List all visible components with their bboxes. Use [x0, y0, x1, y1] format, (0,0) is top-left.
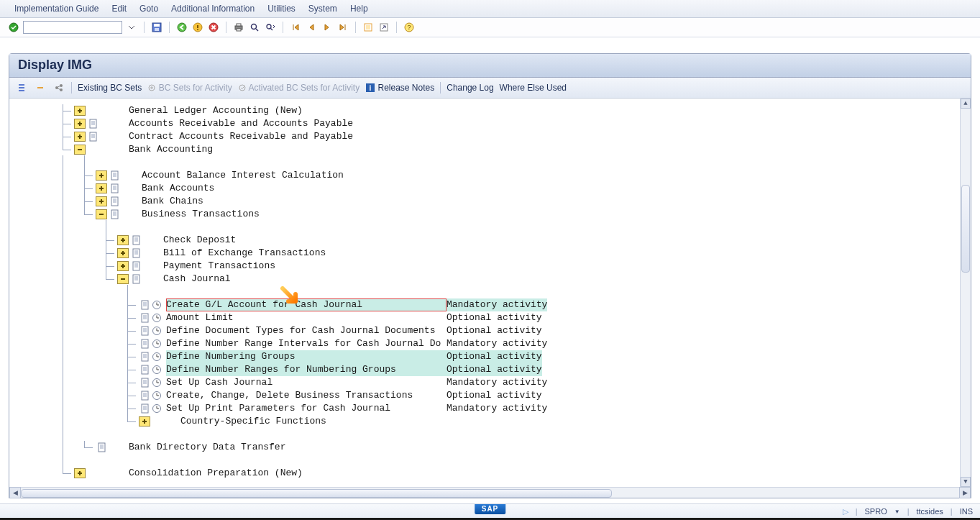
change-log-button[interactable]: Change Log: [447, 83, 493, 93]
expand-toggle-icon[interactable]: [139, 416, 150, 427]
document-icon[interactable]: [132, 261, 142, 271]
execute-icon[interactable]: [152, 326, 162, 336]
scroll-up-icon[interactable]: ▲: [961, 99, 971, 109]
horizontal-scrollbar[interactable]: ◀ ▶: [9, 487, 971, 498]
tree-row[interactable]: Define Number Range Intervals for Cash J…: [9, 337, 971, 350]
document-icon[interactable]: [140, 326, 150, 336]
back-icon[interactable]: [175, 21, 188, 34]
menu-utilities[interactable]: Utilities: [267, 4, 296, 14]
expand-toggle-icon[interactable]: [117, 235, 129, 245]
document-icon[interactable]: [140, 339, 150, 349]
document-icon[interactable]: [140, 378, 150, 388]
execute-icon[interactable]: [152, 300, 162, 310]
execute-icon[interactable]: [152, 391, 162, 401]
scroll-down-icon[interactable]: ▼: [961, 477, 971, 487]
tree-row[interactable]: Bank Chains: [9, 195, 971, 208]
document-icon[interactable]: [140, 391, 150, 401]
scroll-left-icon[interactable]: ◀: [9, 487, 21, 498]
expand-toggle-icon[interactable]: [96, 196, 107, 206]
tree-row[interactable]: Payment Transactions: [9, 260, 971, 273]
document-icon[interactable]: [97, 442, 107, 452]
menu-goto[interactable]: Goto: [139, 4, 158, 14]
tree-row[interactable]: Check Deposit: [9, 234, 971, 247]
cancel-icon[interactable]: [207, 21, 220, 34]
execute-icon[interactable]: [152, 352, 162, 362]
tree-row[interactable]: Create G/L Account for Cash JournalManda…: [9, 298, 971, 311]
vertical-scrollbar[interactable]: ▲ ▼: [960, 99, 971, 487]
document-icon[interactable]: [140, 365, 150, 375]
last-page-icon[interactable]: [336, 21, 349, 34]
where-used-icon[interactable]: [52, 81, 65, 94]
tree-row[interactable]: Bank Accounting: [9, 143, 971, 156]
tree-row[interactable]: Define Document Types for Cash Journal D…: [9, 324, 971, 337]
document-icon[interactable]: [110, 170, 120, 181]
help-icon[interactable]: ?: [403, 21, 416, 34]
document-icon[interactable]: [110, 183, 120, 193]
execute-icon[interactable]: [152, 378, 162, 388]
expand-toggle-icon[interactable]: [74, 145, 86, 155]
expand-toggle-icon[interactable]: [117, 248, 129, 258]
shortcut-icon[interactable]: [377, 21, 390, 34]
status-play-icon[interactable]: ▷: [843, 507, 848, 516]
execute-icon[interactable]: [152, 339, 162, 349]
tree-row[interactable]: Country-Specific Functions: [9, 415, 971, 428]
menu-system[interactable]: System: [308, 4, 337, 14]
command-field[interactable]: [23, 21, 122, 34]
document-icon[interactable]: [110, 196, 120, 206]
horizontal-scroll-thumb[interactable]: [21, 489, 612, 498]
bc-sets-activity-button[interactable]: BC Sets for Activity: [147, 83, 232, 93]
vertical-scroll-thumb[interactable]: [961, 185, 970, 273]
enter-icon[interactable]: [7, 21, 20, 34]
document-icon[interactable]: [140, 313, 150, 323]
menu-additional-info[interactable]: Additional Information: [171, 4, 255, 14]
menu-edit[interactable]: Edit: [111, 4, 127, 14]
print-icon[interactable]: [232, 21, 245, 34]
menu-implementation-guide[interactable]: Implementation Guide: [14, 4, 99, 14]
expand-toggle-icon[interactable]: [74, 119, 86, 129]
tree-row[interactable]: Account Balance Interest Calculation: [9, 169, 971, 182]
tree-row[interactable]: Contract Accounts Receivable and Payable: [9, 130, 971, 143]
tree-row[interactable]: Create, Change, Delete Business Transact…: [9, 389, 971, 402]
tree-row[interactable]: Amount LimitOptional activity: [9, 311, 971, 324]
document-icon[interactable]: [140, 403, 150, 414]
tree-row[interactable]: Consolidation Preparation (New): [9, 467, 971, 480]
execute-icon[interactable]: [152, 365, 162, 375]
tree-row[interactable]: Set Up Print Parameters for Cash Journal…: [9, 402, 971, 415]
expand-toggle-icon[interactable]: [96, 183, 107, 193]
tree-row[interactable]: General Ledger Accounting (New): [9, 104, 971, 117]
expand-toggle-icon[interactable]: [117, 274, 129, 284]
document-icon[interactable]: [132, 235, 142, 245]
expand-toggle-icon[interactable]: [96, 170, 107, 181]
menu-help[interactable]: Help: [350, 4, 368, 14]
release-notes-button[interactable]: i Release Notes: [365, 83, 434, 93]
where-else-used-button[interactable]: Where Else Used: [500, 83, 567, 93]
tree-row[interactable]: Bank Directory Data Transfer: [9, 441, 971, 454]
document-icon[interactable]: [110, 209, 120, 219]
expand-toggle-icon[interactable]: [74, 468, 86, 478]
save-icon[interactable]: [150, 21, 163, 34]
exit-icon[interactable]: [191, 21, 204, 34]
dropdown-icon[interactable]: [125, 21, 138, 34]
document-icon[interactable]: [132, 248, 142, 258]
tree-row[interactable]: Set Up Cash JournalMandatory activity: [9, 376, 971, 389]
document-icon[interactable]: [140, 352, 150, 362]
tree-row[interactable]: Business Transactions: [9, 208, 971, 221]
expand-subtree-icon[interactable]: [15, 81, 28, 94]
expand-toggle-icon[interactable]: [74, 106, 86, 116]
tree-row[interactable]: Accounts Receivable and Accounts Payable: [9, 117, 971, 130]
tree-row[interactable]: Define Number Ranges for Numbering Group…: [9, 363, 971, 376]
find-icon[interactable]: [248, 21, 261, 34]
new-session-icon[interactable]: [362, 21, 375, 34]
tree-row[interactable]: Cash Journal: [9, 273, 971, 286]
document-icon[interactable]: [88, 132, 99, 142]
expand-toggle-icon[interactable]: [74, 132, 86, 142]
document-icon[interactable]: [140, 300, 150, 310]
collapse-subtree-icon[interactable]: [34, 81, 47, 94]
tree-row[interactable]: Define Numbering GroupsOptional activity: [9, 350, 971, 363]
execute-icon[interactable]: [152, 403, 162, 414]
expand-toggle-icon[interactable]: [117, 261, 129, 271]
tree-row[interactable]: Bank Accounts: [9, 182, 971, 195]
existing-bc-sets-button[interactable]: Existing BC Sets: [78, 83, 142, 93]
scroll-right-icon[interactable]: ▶: [959, 487, 971, 498]
next-page-icon[interactable]: [321, 21, 334, 34]
